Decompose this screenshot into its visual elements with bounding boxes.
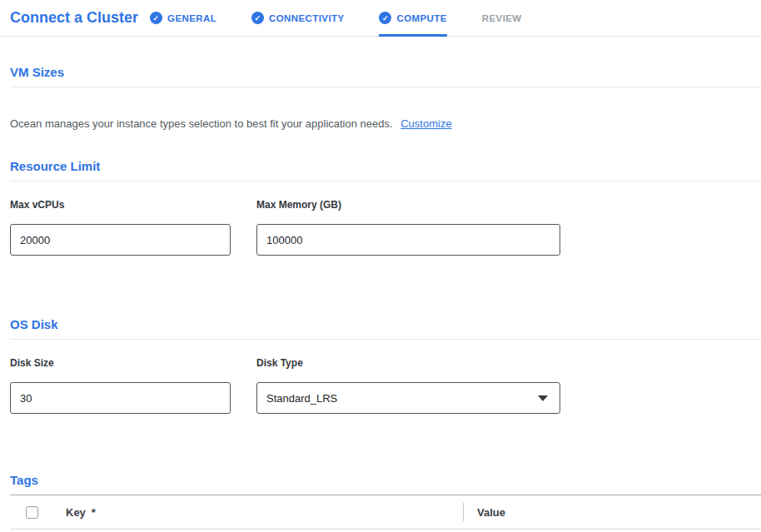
resource-limit-heading: Resource Limit [10,159,761,181]
disk-size-label: Disk Size [10,357,231,369]
key-column-label: Key [66,506,86,519]
os-disk-heading: OS Disk [10,317,761,340]
tab-review[interactable]: REVIEW [482,0,522,36]
disk-size-input[interactable] [10,382,231,414]
check-circle-icon: ✓ [150,12,162,24]
chevron-down-icon [538,395,548,401]
compute-step-content: VM Sizes Ocean manages your instance typ… [0,65,761,530]
tags-heading: Tags [10,473,761,495]
disk-type-selected-value: Standard_LRS [266,392,337,405]
wizard-tabs: ✓ GENERAL ✓ CONNECTIVITY ✓ COMPUTE REVIE… [150,0,557,36]
tab-compute-label: COMPUTE [396,13,446,23]
tags-table-header: Key* Value [10,495,761,530]
required-marker: * [92,506,96,519]
max-memory-label: Max Memory (GB) [256,199,560,211]
tab-general-label: GENERAL [167,13,216,23]
vm-sizes-heading: VM Sizes [10,65,761,87]
max-memory-input[interactable] [256,224,560,256]
tab-review-label: REVIEW [482,13,522,23]
disk-type-field: Disk Type Standard_LRS [256,357,560,414]
resource-limit-fields: Max vCPUs Max Memory (GB) [10,199,761,256]
max-vcpus-label: Max vCPUs [10,199,231,211]
page-title: Connect a Cluster [10,9,138,27]
customize-link[interactable]: Customize [400,117,451,130]
os-disk-fields: Disk Size Disk Type Standard_LRS [10,357,761,414]
wizard-header: Connect a Cluster ✓ GENERAL ✓ CONNECTIVI… [0,0,761,37]
tab-connectivity-label: CONNECTIVITY [269,13,344,23]
disk-size-field: Disk Size [10,357,231,414]
tab-compute[interactable]: ✓ COMPUTE [379,0,446,36]
check-circle-icon: ✓ [251,12,264,24]
value-column-header: Value [477,506,505,519]
tab-general[interactable]: ✓ GENERAL [150,0,216,36]
select-all-checkbox[interactable] [26,506,38,519]
check-circle-icon: ✓ [379,12,391,24]
max-vcpus-field: Max vCPUs [10,199,231,256]
column-divider [463,503,464,521]
max-vcpus-input[interactable] [10,224,231,256]
vm-sizes-description: Ocean manages your instance types select… [10,117,761,130]
tab-connectivity[interactable]: ✓ CONNECTIVITY [251,0,344,36]
max-memory-field: Max Memory (GB) [256,199,560,256]
key-column-header: Key* [66,506,463,519]
vm-sizes-description-text: Ocean manages your instance types select… [10,117,393,130]
disk-type-label: Disk Type [256,357,560,369]
disk-type-select[interactable]: Standard_LRS [256,382,560,414]
